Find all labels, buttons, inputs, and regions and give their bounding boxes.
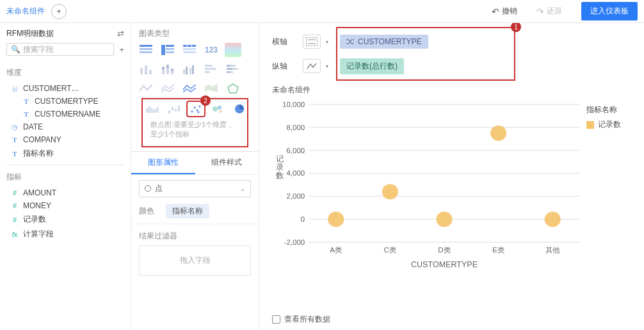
filter-drop-zone[interactable]: 拖入字段 (139, 245, 251, 276)
dimension-field[interactable]: T指标名称 (6, 146, 124, 161)
chart-type-range-area[interactable] (203, 81, 220, 95)
component-title[interactable]: 未命名组件 (6, 6, 45, 17)
search-icon: 🔍 (11, 45, 20, 54)
svg-rect-1 (140, 48, 152, 50)
svg-rect-7 (183, 45, 187, 47)
svg-marker-34 (228, 84, 238, 93)
chart-type-detailtable[interactable] (181, 43, 198, 57)
chart-type-partition-line[interactable] (138, 81, 154, 95)
tab-graphic-attributes[interactable]: 图形属性 (131, 152, 195, 174)
svg-point-44 (213, 106, 218, 111)
svg-point-41 (197, 110, 198, 111)
dimension-field[interactable]: ◷DATE (6, 120, 124, 133)
legend-item[interactable]: 记录数 (586, 119, 644, 130)
search-input[interactable] (23, 45, 109, 54)
svg-rect-0 (140, 45, 152, 47)
field-label: 计算字段 (23, 229, 54, 240)
svg-text:录: 录 (276, 163, 284, 172)
add-tab-button[interactable]: + (51, 4, 67, 19)
callout-marker-2: 2 (200, 95, 211, 106)
y-axis-pill[interactable]: 记录数(总行数) (340, 58, 404, 74)
svg-point-39 (191, 111, 193, 113)
indicator-field[interactable]: fx计算字段 (6, 227, 124, 242)
chart-type-partition-column[interactable] (138, 62, 154, 76)
date-icon: ◷ (10, 122, 19, 131)
dimension-field[interactable]: ⌸CUSTOMERT… (6, 82, 124, 95)
svg-text:0: 0 (301, 215, 305, 223)
svg-rect-5 (166, 48, 174, 50)
svg-rect-38 (178, 106, 180, 111)
y-pill-label: 记录数(总行数) (346, 61, 398, 72)
field-label: COMPANY (23, 135, 61, 144)
field-label: 指标名称 (23, 148, 54, 159)
chart-type-crosstab[interactable] (159, 43, 176, 57)
x-axis-pill[interactable]: CUSTOMERTYPE (340, 35, 428, 49)
x-axis-dropdown-icon[interactable]: ▾ (326, 39, 328, 45)
svg-rect-25 (205, 65, 213, 67)
dimension-field[interactable]: TCOMPANY (6, 133, 124, 146)
svg-rect-23 (189, 68, 191, 74)
svg-point-78 (545, 211, 561, 227)
indicator-field[interactable]: #MONEY (6, 199, 124, 212)
chart-type-grouptable[interactable] (138, 43, 154, 57)
svg-text:记: 记 (276, 155, 284, 164)
color-attr-label: 颜色 (139, 206, 158, 217)
chart-type-text[interactable] (225, 43, 241, 57)
indicator-field[interactable]: #记录数 (6, 212, 124, 227)
chart-type-radar[interactable] (225, 81, 241, 95)
svg-text:其他: 其他 (545, 246, 559, 254)
svg-rect-27 (205, 71, 210, 73)
chart-type-stacked-column[interactable] (159, 62, 176, 76)
chart-type-partition-bar[interactable] (203, 62, 220, 76)
view-all-data-checkbox[interactable] (272, 315, 280, 324)
x-axis-swap-icon[interactable] (303, 35, 321, 49)
undo-button[interactable]: ↶ 撤销 (492, 6, 517, 17)
chart-type-multi-line[interactable] (159, 81, 176, 95)
chart-type-hint: 散点图:需要至少1个维度，至少1个指标 (143, 119, 247, 145)
y-axis-dropdown-icon[interactable]: ▾ (326, 63, 328, 69)
chart-plot[interactable]: -2,00002,0004,0006,0008,00010,000A类C类D类E… (272, 98, 586, 310)
chevron-down-icon: ⌄ (240, 185, 245, 192)
redo-label: 还原 (547, 6, 562, 17)
undo-icon: ↶ (492, 6, 499, 17)
shape-selector[interactable]: 点 ⌄ (139, 180, 251, 197)
svg-rect-48 (306, 37, 318, 46)
chart-type-multi-column[interactable] (181, 62, 198, 76)
y-axis-line-icon[interactable] (303, 59, 321, 73)
dataset-link-icon[interactable]: ⇄ (117, 29, 124, 38)
search-input-wrap[interactable]: 🔍 (6, 43, 114, 56)
svg-point-76 (436, 211, 452, 227)
svg-text:4,000: 4,000 (286, 170, 305, 177)
dimension-field[interactable]: TCUSTOMERNAME (6, 108, 124, 120)
indicator-field[interactable]: #AMOUNT (6, 186, 124, 199)
svg-point-46 (220, 110, 222, 113)
svg-text:10,000: 10,000 (282, 101, 305, 108)
chart-type-compare-line[interactable] (181, 81, 198, 95)
svg-rect-20 (171, 69, 173, 71)
svg-point-45 (218, 106, 221, 110)
chart-type-pie[interactable] (231, 102, 248, 116)
add-field-button[interactable]: + (119, 45, 124, 54)
text-icon: T (10, 149, 19, 158)
dimension-field[interactable]: TCUSTOMERTYPE (6, 95, 124, 108)
chart-type-kpi[interactable]: 123 (203, 43, 220, 57)
chart-title: 未命名组件 (259, 78, 644, 98)
chart-type-area[interactable] (144, 102, 161, 116)
chart-type-section-label: 图表类型 (131, 23, 259, 43)
redo-icon: ↷ (536, 6, 544, 17)
x-axis-label: 横轴 (272, 37, 291, 47)
chart-type-stacked-bar[interactable] (225, 62, 241, 76)
legend-title: 指标名称 (586, 104, 644, 115)
enter-dashboard-button[interactable]: 进入仪表板 (581, 2, 638, 21)
chart-type-waterfall[interactable] (166, 102, 182, 116)
svg-rect-4 (166, 45, 174, 47)
color-field-chip[interactable]: 指标名称 (166, 204, 209, 219)
tab-component-style[interactable]: 组件样式 (195, 152, 259, 174)
chart-type-scatter[interactable]: 2 (188, 102, 204, 116)
chart-type-bubble[interactable] (209, 102, 226, 116)
legend-swatch (586, 121, 594, 129)
text-icon: T (22, 110, 31, 119)
undo-label: 撤销 (502, 6, 517, 17)
svg-rect-24 (192, 65, 194, 74)
legend-item-label: 记录数 (598, 119, 621, 130)
